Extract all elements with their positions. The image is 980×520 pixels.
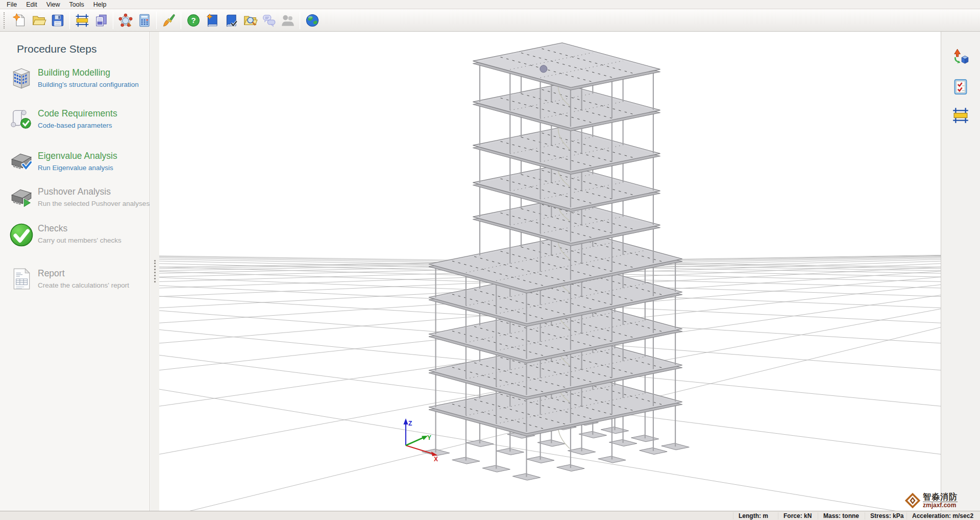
right-toolbar [941,32,980,511]
toolbar-separator [156,12,157,29]
watermark-url: zmjaxf.com [923,502,958,509]
toolbar-separator [300,12,300,29]
frame-section-button[interactable] [72,11,91,30]
step-label: Checks [38,223,121,234]
step-label: Eigenvalue Analysis [38,151,117,161]
panel-title: Procedure Steps [17,43,96,55]
deformed-shape-icon [951,48,970,66]
step-label: Code Requirements [38,108,117,119]
model-viewer-icon [118,13,133,28]
application-window: File Edit View Tools Help [0,0,980,520]
checks-list-button[interactable] [949,76,972,98]
step-description: Building's structural configuration [38,81,139,88]
file-search-icon [242,13,258,28]
report-page-icon [9,267,34,291]
new-document-icon [12,13,28,28]
toolbar-grip[interactable] [4,12,6,29]
verification-book-button[interactable] [222,11,240,30]
frame-section-icon [75,13,90,28]
menu-file[interactable]: File [2,1,21,9]
web-globe-button[interactable] [303,11,322,30]
report-document-button[interactable] [91,11,110,30]
paint-brush-icon [161,13,177,28]
toolbar-separator [69,12,70,29]
axis-x-label: X [434,456,438,463]
procedure-steps-panel: Procedure Steps Building Modelling [0,32,150,511]
scroll-check-icon [9,107,34,131]
status-length-unit: Length: m [733,512,778,519]
building-model-scene: Z Y X [159,32,941,511]
comments-icon [261,13,277,28]
step-label: Building Modelling [38,67,139,78]
step-label: Report [38,268,129,279]
green-check-icon [8,222,35,248]
menu-view[interactable]: View [42,1,65,9]
toolbar-separator [181,12,181,29]
watermark-title: 智淼消防 [923,492,958,502]
axis-z-label: Z [408,420,412,427]
step-description: Code-based parameters [38,122,117,129]
menu-tools[interactable]: Tools [65,1,89,9]
open-folder-icon [31,13,46,28]
calculator-button[interactable] [135,11,154,30]
help-button[interactable]: ? [184,11,203,30]
open-project-button[interactable] [29,11,48,30]
watermark-logo-icon [903,491,922,510]
main-toolbar: ? [0,9,980,32]
status-stress-unit: Stress: kPa [865,512,906,519]
engine-play-icon [9,185,34,209]
user-manual-button[interactable] [203,11,222,30]
engine-check-icon [9,149,34,174]
model-viewer-button[interactable] [116,11,135,30]
deformed-shape-button[interactable] [949,46,972,68]
frame-section-button-right[interactable] [949,104,972,127]
step-description: Carry out members' checks [38,237,121,244]
step-description: Run Eigenvalue analysis [38,164,117,172]
status-force-unit: Force: kN [778,512,818,519]
model-3d-viewport[interactable]: Z Y X [159,32,941,511]
menu-bar: File Edit View Tools Help [0,0,980,9]
status-bar: Length: m Force: kN Mass: tonne Stress: … [0,511,980,520]
menu-help[interactable]: Help [89,1,111,9]
report-document-icon [93,13,109,28]
forum-disabled-button [278,11,297,30]
forum-disabled-icon [280,13,296,28]
status-acceleration-unit: Acceleration: m/sec2 [906,512,977,519]
globe-icon [305,13,320,28]
step-description: Create the calculations' report [38,281,129,289]
step-description: Run the selected Pushover analyses [38,200,150,207]
verification-book-icon [224,13,239,28]
watermark: 智淼消防 zmjaxf.com [903,491,958,510]
paint-brush-button[interactable] [159,11,178,30]
menu-edit[interactable]: Edit [21,1,42,9]
axis-y-label: Y [427,434,431,441]
toolbar-separator [113,12,113,29]
building-icon [9,66,34,90]
svg-text:?: ? [191,16,195,25]
feedback-comments-button[interactable] [259,11,278,30]
save-floppy-icon [50,13,65,28]
status-mass-unit: Mass: tonne [818,512,865,519]
file-search-button[interactable] [240,11,259,30]
checks-list-icon [951,78,970,96]
calculator-icon [137,13,152,28]
save-project-button[interactable] [48,11,67,30]
help-icon: ? [186,13,201,28]
frame-section-icon [951,106,970,125]
user-manual-icon [205,13,220,28]
splitter-grip-icon [154,260,156,282]
panel-splitter[interactable] [151,32,159,511]
new-document-button[interactable] [10,11,29,30]
step-label: Pushover Analysis [38,186,150,197]
